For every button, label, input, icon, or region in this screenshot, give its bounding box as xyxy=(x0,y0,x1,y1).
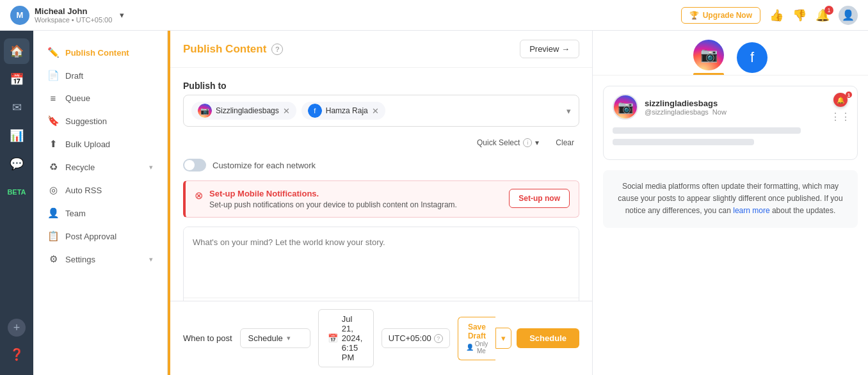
clear-button[interactable]: Clear xyxy=(551,136,579,150)
publish-page-title: Publish Content ? xyxy=(183,43,283,56)
sidebar-icon-home[interactable]: 🏠 xyxy=(4,38,29,64)
schedule-button[interactable]: Schedule xyxy=(517,328,579,348)
accounts-selector[interactable]: 📷 Sizzlingladiesbags ✕ f Hamza Raja xyxy=(183,95,579,127)
thumbs-down-icon[interactable]: 👎 xyxy=(792,8,807,22)
facebook-account-avatar: f xyxy=(308,104,322,118)
settings-chevron-icon: ▾ xyxy=(149,255,153,264)
sidebar-icon-chart[interactable]: 📊 xyxy=(4,123,29,148)
learn-more-link[interactable]: learn more xyxy=(733,206,769,215)
sidebar-icon-add[interactable]: + xyxy=(8,319,26,337)
calendar-icon: 📅 xyxy=(328,333,338,343)
team-icon: 👤 xyxy=(47,207,59,219)
user-avatar[interactable]: 👤 xyxy=(839,6,858,25)
workspace-chevron-icon[interactable]: ▾ xyxy=(120,10,124,20)
nav-label-recycle: Recycle xyxy=(65,163,143,172)
nav-item-settings[interactable]: ⚙ Settings ▾ xyxy=(37,248,163,271)
publish-main: Publish Content ? Preview → Publish to xyxy=(168,31,593,375)
content-area: Publish Content ? Preview → Publish to xyxy=(168,31,868,375)
customize-toggle[interactable] xyxy=(183,159,206,172)
help-icon[interactable]: ? xyxy=(271,44,283,55)
nav-item-draft[interactable]: 📄 Draft xyxy=(37,64,163,87)
when-to-post-label: When to post xyxy=(183,333,232,343)
person-icon: 👤 xyxy=(466,344,474,351)
grid-icon[interactable]: ⋮⋮ xyxy=(830,111,851,123)
rss-icon: ◎ xyxy=(47,184,59,196)
nav-item-publish-content[interactable]: ✏️ Publish Content xyxy=(37,41,163,64)
nav-item-auto-rss[interactable]: ◎ Auto RSS xyxy=(37,179,163,202)
remove-instagram-tag[interactable]: ✕ xyxy=(283,106,290,116)
notification-action-badge: 🔔1 xyxy=(833,93,848,107)
sidebar-icon-chat[interactable]: 💬 xyxy=(4,151,29,177)
workspace-sub: Workspace • UTC+05:00 xyxy=(35,16,112,24)
quick-select-row: Quick Select i ▾ Clear xyxy=(183,136,579,150)
sidebar-icon-beta[interactable]: BETA xyxy=(4,179,29,205)
alert-text: Set-up push notifications on your device… xyxy=(209,200,502,209)
date-value: Jul 21, 2024, 6:15 PM xyxy=(342,314,364,362)
save-draft-button[interactable]: Save Draft 👤 Only Me xyxy=(458,317,496,360)
instagram-account-avatar: 📷 xyxy=(198,104,212,118)
date-picker-button[interactable]: 📅 Jul 21, 2024, 6:15 PM xyxy=(318,309,374,367)
notification-icon[interactable]: 🔔 1 xyxy=(816,8,830,22)
publish-to-label: Publish to xyxy=(183,81,579,91)
draft-icon: 📄 xyxy=(47,70,59,81)
workspace-info: Micheal John Workspace • UTC+05:00 xyxy=(35,6,112,24)
instagram-account-name: Sizzlingladiesbags xyxy=(216,106,279,115)
main-layout: 🏠 📅 ✉ 📊 💬 BETA + ❓ ✏️ Publish Content 📄 … xyxy=(0,31,868,375)
quick-select-button[interactable]: Quick Select i ▾ xyxy=(472,136,544,150)
sidebar-icon-calendar[interactable]: 📅 xyxy=(4,67,29,92)
remove-facebook-tag[interactable]: ✕ xyxy=(372,106,379,116)
approval-icon: 📋 xyxy=(47,230,59,242)
schedule-dropdown[interactable]: Schedule ▾ xyxy=(240,328,310,348)
schedule-select[interactable]: Schedule ▾ xyxy=(240,328,310,348)
post-text-input[interactable] xyxy=(184,227,579,298)
customize-label: Customize for each network xyxy=(213,161,316,170)
nav-label-post-approval: Post Approval xyxy=(65,232,153,241)
timezone-help-icon: ? xyxy=(434,334,443,343)
text-editor: 😊 📷 # 📝 ⏱ ↩↪ 👥 🗑 2200 ✨ xyxy=(183,227,579,301)
preview-post-time: Now xyxy=(712,108,727,116)
preview-account-avatar: 📷 xyxy=(613,94,638,120)
facebook-preview-tab[interactable]: f xyxy=(737,42,768,73)
accounts-chevron-icon[interactable]: ▾ xyxy=(567,106,571,116)
recycle-chevron-icon: ▾ xyxy=(149,163,153,172)
nav-item-bulk-upload[interactable]: ⬆ Bulk Upload xyxy=(37,132,163,156)
account-tag-facebook: f Hamza Raja ✕ xyxy=(301,102,385,120)
info-icon: i xyxy=(523,138,532,147)
settings-icon: ⚙ xyxy=(47,253,59,265)
setup-now-button[interactable]: Set-up now xyxy=(509,189,570,208)
pen-icon: ✏️ xyxy=(47,47,59,58)
nav-label-suggestion: Suggestion xyxy=(65,116,153,126)
nav-label-publish: Publish Content xyxy=(65,48,153,58)
preview-content-lines xyxy=(604,127,857,159)
workspace-avatar: M xyxy=(10,6,29,25)
preview-button[interactable]: Preview → xyxy=(520,40,579,58)
bookmark-icon: 🔖 xyxy=(47,115,59,127)
nav-panel: ✏️ Publish Content 📄 Draft ≡ Queue 🔖 Sug… xyxy=(33,31,168,375)
nav-label-bulk-upload: Bulk Upload xyxy=(65,140,153,149)
footer-actions: Save Draft 👤 Only Me ▾ Schedule xyxy=(458,317,579,360)
publish-footer: When to post Schedule ▾ 📅 Jul 21, 2024, … xyxy=(170,301,592,375)
account-tag-instagram: 📷 Sizzlingladiesbags ✕ xyxy=(191,102,296,120)
instagram-tab-indicator xyxy=(693,73,724,75)
alert-icon: ⊗ xyxy=(195,189,203,202)
nav-item-suggestion[interactable]: 🔖 Suggestion xyxy=(37,109,163,132)
nav-item-queue[interactable]: ≡ Queue xyxy=(37,87,163,109)
upgrade-button[interactable]: 🏆 Upgrade Now xyxy=(681,7,760,24)
nav-label-settings: Settings xyxy=(65,255,143,264)
preview-social-tabs: 📷 f xyxy=(593,31,868,76)
instagram-preview-tab[interactable]: 📷 xyxy=(693,40,724,70)
timezone-button[interactable]: UTC+05:00 ? xyxy=(382,328,450,348)
sidebar-icon-send[interactable]: ✉ xyxy=(4,95,29,120)
thumbs-up-icon[interactable]: 👍 xyxy=(769,8,784,22)
nav-item-post-approval[interactable]: 📋 Post Approval xyxy=(37,225,163,248)
content-line-1 xyxy=(613,127,801,134)
instagram-avatar-icon: 📷 xyxy=(614,95,637,118)
nav-label-team: Team xyxy=(65,209,153,218)
sidebar-icon-help[interactable]: ❓ xyxy=(4,342,29,367)
facebook-account-name: Hamza Raja xyxy=(326,106,368,115)
preview-notice: Social media platforms often update thei… xyxy=(603,170,858,228)
save-draft-chevron-button[interactable]: ▾ xyxy=(495,328,511,349)
nav-item-recycle[interactable]: ♻ Recycle ▾ xyxy=(37,156,163,179)
workspace-selector[interactable]: M Micheal John Workspace • UTC+05:00 ▾ xyxy=(10,6,124,25)
nav-item-team[interactable]: 👤 Team xyxy=(37,202,163,225)
